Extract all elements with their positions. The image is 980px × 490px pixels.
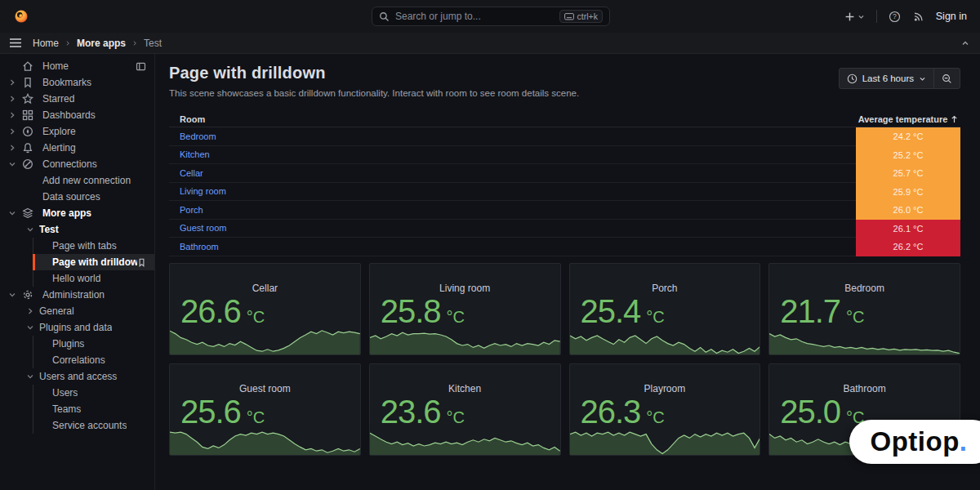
chevron-right-icon bbox=[8, 127, 16, 136]
breadcrumb: HomeMore appsTest bbox=[33, 38, 162, 49]
panel-title[interactable]: Bedroom bbox=[769, 283, 960, 294]
clock-icon bbox=[847, 74, 858, 84]
dock-icon bbox=[136, 61, 146, 72]
sidebar-item-add-new-connection[interactable]: Add new connection bbox=[0, 172, 154, 189]
keyboard-icon bbox=[564, 13, 574, 20]
chevron-down-icon bbox=[26, 225, 34, 234]
time-range-picker: Last 6 hours bbox=[839, 68, 960, 89]
room-link-cellar[interactable]: Cellar bbox=[180, 168, 203, 178]
news-button[interactable] bbox=[912, 11, 924, 23]
sidebar-item-plugins-and-data[interactable]: Plugins and data bbox=[0, 319, 154, 336]
chevron-right-icon bbox=[26, 307, 34, 315]
sidebar-item-more-apps[interactable]: More apps bbox=[0, 205, 154, 221]
sign-in-button[interactable]: Sign in bbox=[936, 11, 967, 22]
sidebar-item-label: Starred bbox=[42, 93, 74, 105]
sidebar-item-home[interactable]: Home bbox=[0, 58, 154, 74]
sidebar-item-label: Test bbox=[39, 224, 59, 235]
grid-icon bbox=[22, 109, 33, 121]
bookmark-icon bbox=[137, 258, 146, 267]
sidebar-item-label: Add new connection bbox=[42, 175, 131, 186]
panel-title[interactable]: Bathroom bbox=[769, 383, 960, 394]
room-link-porch[interactable]: Porch bbox=[180, 205, 203, 215]
sidebar-item-plugins[interactable]: Plugins bbox=[33, 336, 154, 352]
sidebar-item-teams[interactable]: Teams bbox=[33, 401, 154, 417]
compass-icon bbox=[22, 126, 33, 137]
time-range-button[interactable]: Last 6 hours bbox=[840, 69, 933, 88]
sidebar-item-data-sources[interactable]: Data sources bbox=[0, 189, 154, 205]
breadcrumb-item-more-apps[interactable]: More apps bbox=[77, 38, 126, 49]
room-link-bedroom[interactable]: Bedroom bbox=[180, 131, 216, 141]
stat-value: 25.6°C bbox=[180, 395, 265, 428]
sidebar-item-dashboards[interactable]: Dashboards bbox=[0, 107, 154, 123]
search-icon bbox=[379, 11, 390, 22]
panel-title[interactable]: Porch bbox=[570, 283, 760, 294]
room-link-living-room[interactable]: Living room bbox=[180, 186, 226, 196]
sort-asc-icon bbox=[951, 115, 958, 123]
table-row: Guest room26.1 °C bbox=[169, 220, 960, 238]
table-row: Cellar25.7 °C bbox=[169, 164, 960, 183]
grafana-logo-icon[interactable] bbox=[13, 8, 29, 24]
stat-panel-living-room: Living room25.8°C bbox=[369, 263, 561, 355]
breadcrumb-separator-icon bbox=[131, 40, 138, 47]
sidebar-item-label: Connections bbox=[42, 158, 97, 170]
sidebar-item-administration[interactable]: Administration bbox=[0, 287, 154, 303]
sidebar-item-service-accounts[interactable]: Service accounts bbox=[33, 417, 154, 434]
panel-title[interactable]: Playroom bbox=[570, 383, 760, 394]
chevron-down-icon bbox=[919, 75, 926, 82]
stat-panel-guest-room: Guest room25.6°C bbox=[169, 363, 361, 456]
sidebar-item-users-and-access[interactable]: Users and access bbox=[0, 368, 154, 385]
collapse-controls-button[interactable] bbox=[960, 38, 970, 48]
stat-value: 26.6°C bbox=[180, 295, 265, 327]
sidebar-item-correlations[interactable]: Correlations bbox=[33, 352, 154, 368]
zoom-out-time-button[interactable] bbox=[933, 69, 960, 88]
temperature-cell: 25.7 °C bbox=[856, 164, 960, 183]
sidebar-item-explore[interactable]: Explore bbox=[0, 123, 154, 140]
sidebar-item-label: Data sources bbox=[42, 191, 100, 203]
stat-value: 23.6°C bbox=[381, 395, 465, 428]
panel-title[interactable]: Living room bbox=[370, 283, 560, 294]
sidebar-item-page-with-drilldown[interactable]: Page with drilldown bbox=[33, 254, 154, 270]
sidebar-item-label: Page with drilldown bbox=[52, 256, 137, 268]
star-icon bbox=[22, 93, 33, 105]
sidebar-item-users[interactable]: Users bbox=[33, 385, 154, 401]
menu-toggle-button[interactable] bbox=[10, 38, 21, 47]
sidebar-item-label: Administration bbox=[42, 289, 105, 301]
sidebar-item-connections[interactable]: Connections bbox=[0, 156, 154, 172]
sidebar-item-bookmarks[interactable]: Bookmarks bbox=[0, 74, 154, 91]
stat-value: 25.0°C bbox=[780, 395, 864, 428]
sidebar-item-label: Dashboards bbox=[42, 109, 96, 121]
sidebar-item-page-with-tabs[interactable]: Page with tabs bbox=[33, 238, 154, 254]
sidebar-item-label: General bbox=[39, 305, 74, 317]
sidebar-item-alerting[interactable]: Alerting bbox=[0, 140, 154, 156]
temperature-cell: 26.2 °C bbox=[856, 238, 960, 256]
stat-value: 25.4°C bbox=[581, 295, 665, 327]
breadcrumb-bar: HomeMore appsTest bbox=[0, 33, 980, 54]
panel-title[interactable]: Guest room bbox=[170, 383, 360, 394]
sidebar-item-label: Bookmarks bbox=[42, 77, 91, 88]
search-input[interactable]: Search or jump to... ctrl+k bbox=[372, 7, 610, 26]
stat-value: 21.7°C bbox=[780, 295, 864, 327]
panel-title[interactable]: Cellar bbox=[170, 283, 360, 294]
grafana-app: Search or jump to... ctrl+k ? Sign in bbox=[0, 0, 980, 490]
panel-title[interactable]: Kitchen bbox=[370, 383, 560, 394]
chevron-right-icon bbox=[8, 111, 16, 119]
new-button[interactable] bbox=[844, 11, 865, 22]
sidebar-item-label: Users and access bbox=[39, 371, 117, 382]
room-link-bathroom[interactable]: Bathroom bbox=[180, 242, 219, 252]
table-row: Bedroom24.2 °C bbox=[169, 127, 960, 146]
svg-text:?: ? bbox=[893, 12, 897, 20]
room-link-guest-room[interactable]: Guest room bbox=[180, 223, 226, 233]
room-link-kitchen[interactable]: Kitchen bbox=[180, 149, 210, 159]
table-row: Bathroom26.2 °C bbox=[169, 238, 960, 256]
breadcrumb-item-home[interactable]: Home bbox=[33, 38, 59, 49]
stat-panel-cellar: Cellar26.6°C bbox=[169, 263, 361, 355]
table-row: Porch26.0 °C bbox=[169, 201, 960, 220]
sidebar-item-general[interactable]: General bbox=[0, 303, 154, 319]
sidebar-item-hello-world[interactable]: Hello world bbox=[33, 270, 154, 287]
sidebar-item-label: More apps bbox=[42, 207, 91, 219]
temperature-column-header[interactable]: Average temperature bbox=[856, 114, 960, 124]
help-button[interactable]: ? bbox=[889, 11, 901, 23]
sidebar-item-test[interactable]: Test bbox=[0, 221, 154, 238]
rss-icon bbox=[912, 11, 924, 23]
sidebar-item-starred[interactable]: Starred bbox=[0, 91, 154, 107]
